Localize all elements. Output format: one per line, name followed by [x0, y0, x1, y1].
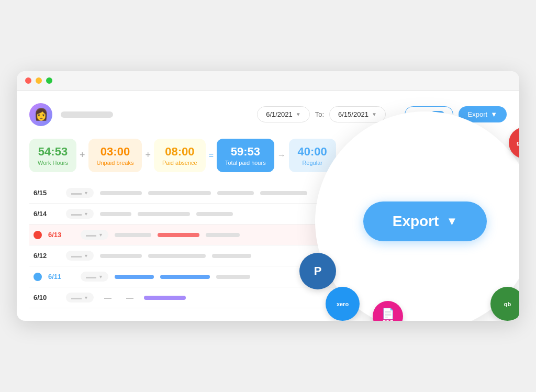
dot-red[interactable]: [25, 77, 31, 84]
bar: [100, 191, 142, 195]
equals-arrow: =: [209, 151, 214, 160]
pdf-bubble[interactable]: 📄 PDF: [373, 301, 403, 321]
row-dropdown-6-15[interactable]: ▬▬ ▼: [66, 188, 94, 198]
xero-bubble[interactable]: xero: [326, 287, 360, 321]
bar: [138, 212, 190, 216]
dot-green[interactable]: [46, 77, 52, 84]
browser-window: 👩 6/1/2021 ▼ To: 6/15/2021 ▼ Chat ●●: [17, 71, 519, 321]
date-selector: 6/1/2021 ▼ To: 6/15/2021 ▼: [257, 106, 386, 122]
paylocity-bubble[interactable]: P: [299, 253, 336, 289]
operator-plus-2: +: [145, 150, 151, 161]
bar: [217, 191, 254, 195]
error-icon: [34, 231, 42, 239]
row-dropdown-6-12[interactable]: ▬▬ ▼: [66, 251, 94, 261]
browser-chrome: [17, 71, 519, 91]
bar: [148, 254, 206, 258]
bar: [115, 233, 151, 237]
stat-total-paid: 59:53 Total paid hours: [217, 139, 274, 172]
bar: [196, 212, 233, 216]
info-icon: [34, 273, 42, 281]
row-dropdown-6-11[interactable]: ▬▬ ▼: [81, 272, 108, 282]
stat-work-hours: 54:53 Work Hours: [29, 139, 76, 172]
bar: [216, 275, 250, 279]
bar-blue: [115, 275, 154, 279]
date-from-arrow: ▼: [296, 111, 301, 117]
gusto-bubble[interactable]: gusto: [509, 127, 519, 159]
right-arrow-1: →: [277, 151, 286, 160]
bar-blue: [160, 275, 210, 279]
date-to-arrow: ▼: [372, 111, 377, 117]
bar: [148, 191, 211, 195]
qb-bubble[interactable]: qb: [490, 287, 519, 321]
to-label: To:: [315, 110, 324, 118]
row-dropdown-6-14[interactable]: ▬▬ ▼: [66, 209, 94, 219]
bar: [212, 254, 251, 258]
date-from-picker[interactable]: 6/1/2021 ▼: [257, 106, 310, 122]
date-to-picker[interactable]: 6/15/2021 ▼: [329, 106, 386, 122]
browser-content: 👩 6/1/2021 ▼ To: 6/15/2021 ▼ Chat ●●: [17, 91, 519, 321]
bar-red: [158, 233, 199, 237]
export-big-button[interactable]: Export ▼: [363, 201, 487, 241]
operator-plus-1: +: [80, 150, 85, 161]
bar-purple: [144, 296, 186, 300]
dot-yellow[interactable]: [36, 77, 42, 84]
avatar: 👩: [29, 103, 52, 126]
stat-unpaid-breaks: 03:00 Unpaid breaks: [88, 139, 142, 172]
row-dropdown-6-10[interactable]: ▬▬ ▼: [66, 293, 94, 303]
bar: [260, 191, 307, 195]
bar: [100, 212, 131, 216]
user-name-placeholder: [61, 111, 113, 118]
row-dropdown-6-13[interactable]: ▬▬ ▼: [81, 230, 108, 240]
stat-paid-absence: 08:00 Paid absence: [154, 139, 206, 172]
bar: [206, 233, 240, 237]
bar: [100, 254, 142, 258]
